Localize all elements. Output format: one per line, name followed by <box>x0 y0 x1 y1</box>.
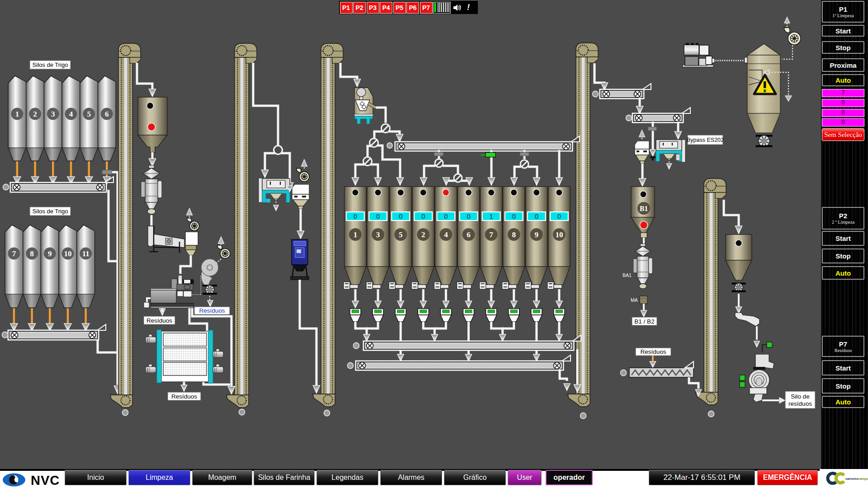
svg-text:Resíduos: Resíduos <box>146 317 172 324</box>
svg-text:8: 8 <box>512 230 516 239</box>
svg-text:3: 3 <box>51 110 55 118</box>
svg-text:10: 10 <box>555 230 563 239</box>
svg-text:7: 7 <box>12 249 16 258</box>
svg-text:5: 5 <box>87 110 91 118</box>
svg-text:0: 0 <box>512 212 516 220</box>
svg-text:7: 7 <box>489 230 493 239</box>
svg-text:Silos de Trigo: Silos de Trigo <box>33 61 68 68</box>
svg-text:1: 1 <box>489 212 493 220</box>
svg-text:3: 3 <box>376 230 380 239</box>
svg-text:8: 8 <box>30 249 34 258</box>
svg-text:carneirocampos: carneirocampos <box>845 477 868 481</box>
svg-text:5: 5 <box>399 230 403 239</box>
svg-text:4: 4 <box>444 230 448 239</box>
svg-text:Resíduos: Resíduos <box>640 348 666 355</box>
svg-text:1: 1 <box>15 110 19 118</box>
svg-text:B1: B1 <box>640 205 648 212</box>
svg-text:2: 2 <box>33 110 37 118</box>
svg-text:6: 6 <box>105 110 109 118</box>
svg-text:MA: MA <box>631 297 638 303</box>
svg-text:0: 0 <box>535 212 538 220</box>
svg-text:6: 6 <box>467 230 471 239</box>
svg-text:0: 0 <box>557 212 561 220</box>
svg-text:9: 9 <box>48 249 52 258</box>
svg-text:1: 1 <box>354 230 358 239</box>
svg-text:2: 2 <box>421 230 425 239</box>
svg-text:B1 / B2: B1 / B2 <box>634 318 654 325</box>
svg-text:9: 9 <box>535 230 539 239</box>
svg-text:0: 0 <box>444 212 448 220</box>
svg-text:BA1: BA1 <box>623 272 632 278</box>
svg-text:0: 0 <box>399 212 402 220</box>
svg-text:Bypass ES202: Bypass ES202 <box>687 137 724 143</box>
svg-text:4: 4 <box>69 110 73 118</box>
svg-text:resíduos: resíduos <box>788 400 812 407</box>
svg-text:10: 10 <box>64 249 72 258</box>
svg-text:Silos de Trigo: Silos de Trigo <box>33 208 68 215</box>
svg-text:Silo de: Silo de <box>791 393 809 400</box>
svg-text:0: 0 <box>421 212 425 220</box>
svg-text:NVC: NVC <box>31 473 60 487</box>
svg-text:Resíduos: Resíduos <box>171 393 197 400</box>
svg-text:0: 0 <box>354 212 357 220</box>
svg-text:0: 0 <box>467 212 470 220</box>
svg-text:0: 0 <box>376 212 380 220</box>
svg-text:Resíduos: Resíduos <box>199 307 225 314</box>
svg-text:11: 11 <box>82 249 90 258</box>
